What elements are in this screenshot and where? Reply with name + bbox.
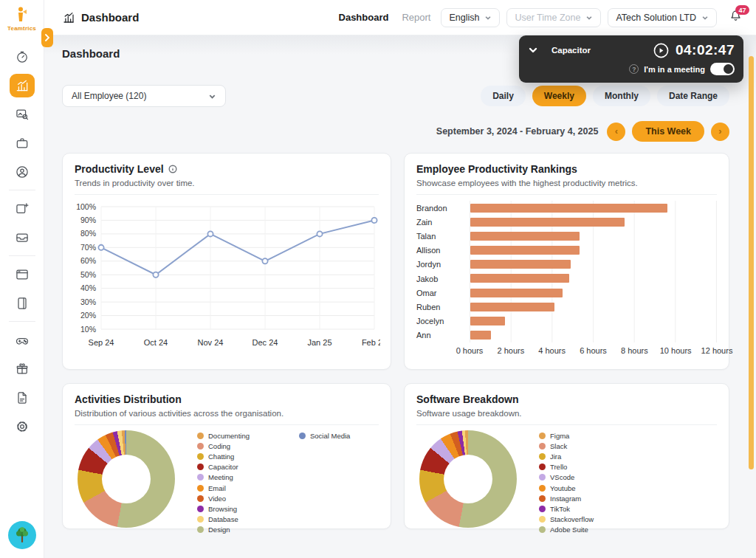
sidebar-item-screenshot[interactable] [10, 103, 35, 126]
sidebar-divider [9, 190, 35, 190]
meeting-toggle[interactable] [710, 63, 735, 75]
legend-item-browsing[interactable]: Browsing [197, 503, 277, 514]
chevron-right-icon [44, 34, 50, 41]
employee-select[interactable]: All Employee (120) [62, 85, 226, 107]
legend-item-figma[interactable]: Figma [539, 430, 619, 441]
bar-fill [470, 246, 580, 255]
legend-label: Documenting [208, 432, 250, 440]
filter-row: All Employee (120) DailyWeeklyMonthlyDat… [62, 85, 729, 107]
legend-label: Youtube [550, 484, 576, 492]
notebook-icon [15, 296, 30, 311]
legend-item-instagram[interactable]: Instagram [539, 493, 619, 503]
legend-item-adobe-suite[interactable]: Adobe Suite [539, 525, 619, 535]
sidebar-item-window[interactable] [10, 263, 35, 286]
main-area: Dashboard DashboardReport EnglishUser Ti… [44, 0, 756, 558]
x-axis-tick: 4 hours [538, 346, 566, 355]
legend-label: Video [208, 495, 226, 503]
software-donut [419, 430, 517, 528]
timer-icon [15, 49, 30, 64]
bar-row-ann: Ann [416, 328, 717, 342]
legend-item-tiktok[interactable]: TikTok [539, 503, 619, 514]
legend-item-youtube[interactable]: Youtube [539, 483, 619, 493]
software-chart-body: FigmaSlackJiraTrelloVScodeYoutubeInstagr… [416, 430, 717, 535]
bar-row-zain: Zain [416, 215, 717, 229]
legend-item-coding[interactable]: Coding [197, 441, 277, 451]
period-button-monthly[interactable]: Monthly [593, 86, 650, 106]
legend-item-meeting[interactable]: Meeting [197, 472, 277, 483]
bar-label: Talan [416, 232, 470, 241]
sidebar-item-gamepad[interactable] [10, 328, 35, 352]
notifications-button[interactable]: 47 [729, 9, 743, 26]
page-scrollbar[interactable] [749, 56, 754, 469]
svg-text:60%: 60% [80, 256, 96, 265]
timer-popup: Capacitor 04:02:47 ? I'm in a meeting [519, 35, 743, 83]
period-button-weekly[interactable]: Weekly [532, 86, 586, 106]
period-button-daily[interactable]: Daily [481, 86, 526, 106]
header-select-atech-solution-ltd[interactable]: ATech Solution LTD [608, 8, 717, 27]
activities-chart-body: DocumentingCodingChattingCapacitorMeetin… [75, 430, 379, 535]
donut-hole [444, 455, 492, 503]
svg-text:Sep 24: Sep 24 [89, 338, 114, 347]
legend-item-database[interactable]: Database [197, 514, 277, 525]
sidebar-item-notebook[interactable] [10, 292, 35, 315]
legend-item-stackoverflow[interactable]: Stackoverflow [539, 514, 619, 525]
legend-item-video[interactable]: Video [197, 493, 277, 503]
sidebar-item-dashboard[interactable] [10, 74, 35, 97]
nav-link-report[interactable]: Report [402, 12, 430, 23]
sidebar-item-document[interactable] [10, 386, 35, 410]
prev-week-button[interactable]: ‹ [607, 123, 625, 141]
period-button-date-range[interactable]: Date Range [657, 86, 729, 106]
svg-text:100%: 100% [76, 202, 96, 211]
card-title: Productivity Level [75, 163, 379, 175]
nav-link-dashboard[interactable]: Dashboard [339, 12, 389, 23]
legend-item-vscode[interactable]: VScode [539, 472, 619, 483]
bar-label: Ann [416, 331, 470, 340]
x-axis-tick: 12 hours [701, 346, 733, 355]
sidebar-expand-tab[interactable] [41, 28, 53, 47]
timer-task-name: Capacitor [551, 46, 591, 55]
next-week-button[interactable]: › [711, 123, 729, 141]
sidebar-item-briefcase[interactable] [10, 131, 35, 155]
sidebar-item-inbox[interactable] [10, 226, 35, 249]
sidebar-item-gift[interactable] [10, 357, 35, 381]
cards-grid: Productivity Level Trends in productivit… [62, 153, 729, 529]
user-avatar[interactable] [8, 521, 36, 549]
date-range-text: September 3, 2024 - February 4, 2025 [436, 126, 599, 137]
screenshot-icon [15, 107, 30, 122]
legend-item-chatting[interactable]: Chatting [197, 451, 277, 461]
legend-item-social-media[interactable]: Social Media [299, 430, 379, 441]
legend-item-documenting[interactable]: Documenting [197, 430, 277, 441]
legend-label: Instagram [550, 495, 581, 503]
x-axis-tick: 0 hours [456, 346, 484, 355]
chevron-down-icon [701, 14, 709, 21]
divider [416, 194, 717, 195]
bar-label: Omar [416, 289, 470, 297]
legend-item-email[interactable]: Email [197, 483, 277, 493]
legend-item-slack[interactable]: Slack [539, 441, 619, 451]
sidebar-item-settings[interactable] [10, 415, 35, 438]
legend-label: Adobe Suite [550, 526, 588, 534]
header-nav: DashboardReport [339, 12, 431, 23]
this-week-button[interactable]: This Week [632, 121, 704, 142]
help-icon: ? [629, 64, 639, 74]
play-icon[interactable] [653, 43, 669, 58]
bar-label: Zain [416, 218, 470, 227]
header-select-english[interactable]: English [441, 8, 500, 27]
sidebar-item-timer[interactable] [10, 45, 35, 69]
legend-label: Email [208, 484, 226, 492]
legend-item-design[interactable]: Design [197, 525, 277, 535]
legend-item-capacitor[interactable]: Capacitor [197, 462, 277, 472]
chevron-down-icon[interactable] [528, 45, 538, 55]
sidebar-item-folder-plus[interactable] [10, 197, 35, 221]
legend-item-jira[interactable]: Jira [539, 451, 619, 461]
sidebar-item-user[interactable] [10, 160, 35, 184]
bar-row-omar: Omar [416, 286, 717, 300]
bar-track [470, 314, 717, 328]
toggle-knob [724, 64, 733, 74]
legend-color-dot [197, 495, 204, 502]
card-subtitle: Software usage breakdown. [416, 409, 717, 418]
card-title: Employee Productivity Rankings [416, 163, 717, 175]
briefcase-icon [15, 136, 30, 151]
legend-item-trello[interactable]: Trello [539, 462, 619, 472]
header-select-user-time-zone[interactable]: User Time Zone [506, 8, 601, 27]
